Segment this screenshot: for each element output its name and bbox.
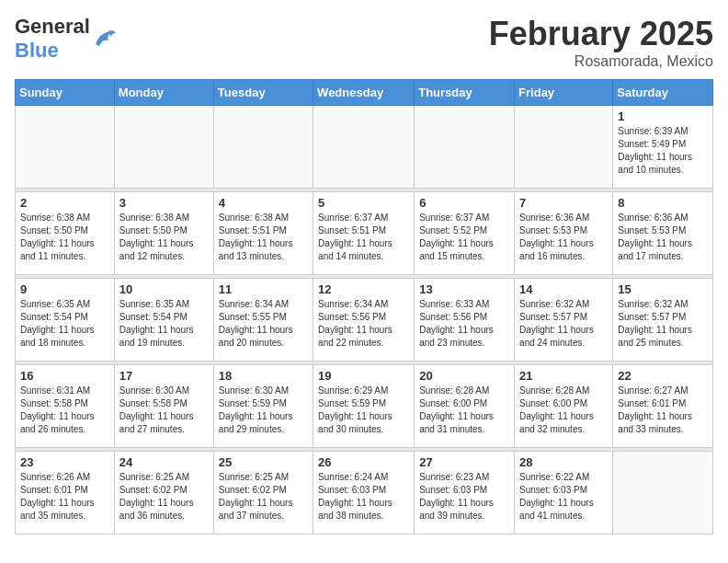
calendar-cell: 21Sunrise: 6:28 AM Sunset: 6:00 PM Dayli… [515, 365, 613, 448]
calendar-cell: 8Sunrise: 6:36 AM Sunset: 5:53 PM Daylig… [613, 192, 713, 275]
day-number: 5 [318, 196, 409, 210]
day-info: Sunrise: 6:27 AM Sunset: 6:01 PM Dayligh… [618, 385, 708, 436]
logo: General Blue [15, 15, 118, 63]
day-info: Sunrise: 6:34 AM Sunset: 5:55 PM Dayligh… [219, 298, 308, 350]
calendar-cell [313, 106, 415, 189]
day-info: Sunrise: 6:36 AM Sunset: 5:53 PM Dayligh… [618, 212, 708, 263]
day-number: 26 [318, 455, 409, 469]
day-number: 20 [419, 369, 509, 383]
calendar-cell: 13Sunrise: 6:33 AM Sunset: 5:56 PM Dayli… [415, 279, 515, 362]
calendar-cell: 14Sunrise: 6:32 AM Sunset: 5:57 PM Dayli… [515, 279, 613, 362]
day-number: 15 [618, 282, 708, 296]
weekday-monday: Monday [114, 80, 213, 106]
week-row-2: 2Sunrise: 6:38 AM Sunset: 5:50 PM Daylig… [16, 192, 713, 275]
day-info: Sunrise: 6:30 AM Sunset: 5:58 PM Dayligh… [119, 385, 209, 436]
calendar-cell: 2Sunrise: 6:38 AM Sunset: 5:50 PM Daylig… [16, 192, 115, 275]
day-number: 14 [519, 282, 608, 296]
logo-general: General [15, 15, 90, 38]
day-info: Sunrise: 6:38 AM Sunset: 5:50 PM Dayligh… [20, 212, 109, 263]
day-info: Sunrise: 6:35 AM Sunset: 5:54 PM Dayligh… [119, 298, 209, 350]
calendar-cell: 16Sunrise: 6:31 AM Sunset: 5:58 PM Dayli… [16, 365, 115, 448]
title-area: February 2025 Rosamorada, Mexico [489, 15, 713, 70]
day-info: Sunrise: 6:28 AM Sunset: 6:00 PM Dayligh… [519, 385, 608, 436]
day-info: Sunrise: 6:37 AM Sunset: 5:51 PM Dayligh… [318, 212, 409, 263]
day-number: 6 [419, 196, 509, 210]
day-info: Sunrise: 6:32 AM Sunset: 5:57 PM Dayligh… [519, 298, 608, 350]
day-number: 10 [119, 282, 209, 296]
weekday-header-row: SundayMondayTuesdayWednesdayThursdayFrid… [16, 80, 713, 106]
day-info: Sunrise: 6:24 AM Sunset: 6:03 PM Dayligh… [318, 471, 409, 523]
day-info: Sunrise: 6:31 AM Sunset: 5:58 PM Dayligh… [20, 385, 109, 436]
day-info: Sunrise: 6:25 AM Sunset: 6:02 PM Dayligh… [119, 471, 209, 523]
day-info: Sunrise: 6:29 AM Sunset: 5:59 PM Dayligh… [318, 385, 409, 436]
day-info: Sunrise: 6:37 AM Sunset: 5:52 PM Dayligh… [419, 212, 509, 263]
logo-text: General Blue [15, 15, 90, 63]
calendar-cell: 15Sunrise: 6:32 AM Sunset: 5:57 PM Dayli… [613, 279, 713, 362]
day-number: 27 [419, 455, 509, 469]
day-info: Sunrise: 6:39 AM Sunset: 5:49 PM Dayligh… [618, 125, 708, 177]
day-number: 13 [419, 282, 509, 296]
calendar-cell: 7Sunrise: 6:36 AM Sunset: 5:53 PM Daylig… [515, 192, 613, 275]
calendar-cell: 17Sunrise: 6:30 AM Sunset: 5:58 PM Dayli… [114, 365, 213, 448]
logo-bird-icon [92, 26, 118, 52]
calendar-cell: 12Sunrise: 6:34 AM Sunset: 5:56 PM Dayli… [313, 279, 415, 362]
calendar-cell: 20Sunrise: 6:28 AM Sunset: 6:00 PM Dayli… [415, 365, 515, 448]
day-info: Sunrise: 6:38 AM Sunset: 5:50 PM Dayligh… [119, 212, 209, 263]
calendar-cell: 4Sunrise: 6:38 AM Sunset: 5:51 PM Daylig… [213, 192, 313, 275]
day-info: Sunrise: 6:28 AM Sunset: 6:00 PM Dayligh… [419, 385, 509, 436]
weekday-sunday: Sunday [16, 80, 115, 106]
calendar-cell [613, 452, 713, 534]
calendar-cell [114, 106, 213, 189]
calendar-cell: 23Sunrise: 6:26 AM Sunset: 6:01 PM Dayli… [16, 452, 115, 534]
calendar-cell: 11Sunrise: 6:34 AM Sunset: 5:55 PM Dayli… [213, 279, 313, 362]
day-number: 18 [219, 369, 308, 383]
week-row-1: 1Sunrise: 6:39 AM Sunset: 5:49 PM Daylig… [16, 106, 713, 189]
weekday-saturday: Saturday [613, 80, 713, 106]
weekday-wednesday: Wednesday [313, 80, 415, 106]
calendar-cell: 10Sunrise: 6:35 AM Sunset: 5:54 PM Dayli… [114, 279, 213, 362]
calendar-cell: 28Sunrise: 6:22 AM Sunset: 6:03 PM Dayli… [515, 452, 613, 534]
calendar-cell: 26Sunrise: 6:24 AM Sunset: 6:03 PM Dayli… [313, 452, 415, 534]
calendar-table: SundayMondayTuesdayWednesdayThursdayFrid… [15, 79, 713, 534]
day-info: Sunrise: 6:34 AM Sunset: 5:56 PM Dayligh… [318, 298, 409, 350]
day-info: Sunrise: 6:33 AM Sunset: 5:56 PM Dayligh… [419, 298, 509, 350]
logo-blue: Blue [15, 39, 59, 62]
week-row-3: 9Sunrise: 6:35 AM Sunset: 5:54 PM Daylig… [16, 279, 713, 362]
calendar-cell: 19Sunrise: 6:29 AM Sunset: 5:59 PM Dayli… [313, 365, 415, 448]
calendar-cell [415, 106, 515, 189]
week-row-4: 16Sunrise: 6:31 AM Sunset: 5:58 PM Dayli… [16, 365, 713, 448]
day-number: 21 [519, 369, 608, 383]
location-title: Rosamorada, Mexico [489, 53, 713, 70]
day-number: 23 [20, 455, 109, 469]
day-number: 16 [20, 369, 109, 383]
day-info: Sunrise: 6:26 AM Sunset: 6:01 PM Dayligh… [20, 471, 109, 523]
day-number: 2 [20, 196, 109, 210]
day-info: Sunrise: 6:30 AM Sunset: 5:59 PM Dayligh… [219, 385, 308, 436]
calendar-cell: 27Sunrise: 6:23 AM Sunset: 6:03 PM Dayli… [415, 452, 515, 534]
day-number: 9 [20, 282, 109, 296]
day-info: Sunrise: 6:38 AM Sunset: 5:51 PM Dayligh… [219, 212, 308, 263]
day-info: Sunrise: 6:36 AM Sunset: 5:53 PM Dayligh… [519, 212, 608, 263]
day-number: 28 [519, 455, 608, 469]
month-title: February 2025 [489, 15, 713, 53]
calendar-cell: 9Sunrise: 6:35 AM Sunset: 5:54 PM Daylig… [16, 279, 115, 362]
day-number: 17 [119, 369, 209, 383]
day-number: 11 [219, 282, 308, 296]
page-header: General Blue February 2025 Rosamorada, M… [15, 15, 713, 70]
weekday-friday: Friday [515, 80, 613, 106]
calendar-cell [515, 106, 613, 189]
weekday-thursday: Thursday [415, 80, 515, 106]
day-number: 19 [318, 369, 409, 383]
calendar-cell: 1Sunrise: 6:39 AM Sunset: 5:49 PM Daylig… [613, 106, 713, 189]
week-row-5: 23Sunrise: 6:26 AM Sunset: 6:01 PM Dayli… [16, 452, 713, 534]
day-number: 4 [219, 196, 308, 210]
day-number: 3 [119, 196, 209, 210]
calendar-cell: 5Sunrise: 6:37 AM Sunset: 5:51 PM Daylig… [313, 192, 415, 275]
day-info: Sunrise: 6:23 AM Sunset: 6:03 PM Dayligh… [419, 471, 509, 523]
day-number: 25 [219, 455, 308, 469]
day-number: 12 [318, 282, 409, 296]
calendar-cell: 3Sunrise: 6:38 AM Sunset: 5:50 PM Daylig… [114, 192, 213, 275]
calendar-cell: 24Sunrise: 6:25 AM Sunset: 6:02 PM Dayli… [114, 452, 213, 534]
day-number: 7 [519, 196, 608, 210]
day-info: Sunrise: 6:32 AM Sunset: 5:57 PM Dayligh… [618, 298, 708, 350]
